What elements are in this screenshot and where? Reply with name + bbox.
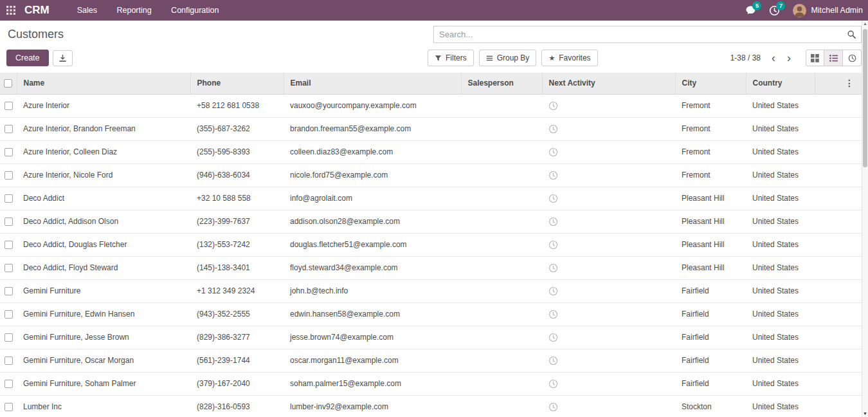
table-row[interactable]: Azure Interior, Brandon Freeman (355)-68…	[0, 117, 862, 140]
cell-name[interactable]: Deco Addict, Addison Olson	[17, 210, 190, 233]
column-header-city[interactable]: City	[675, 73, 746, 94]
cell-salesperson[interactable]	[461, 163, 542, 187]
row-checkbox[interactable]	[5, 403, 13, 411]
favorites-button[interactable]: ★ Favorites	[541, 50, 597, 66]
cell-city[interactable]: Pleasant Hill	[675, 210, 746, 233]
cell-phone[interactable]: (145)-138-3401	[190, 256, 284, 279]
table-row[interactable]: Azure Interior, Colleen Diaz (255)-595-8…	[0, 140, 862, 163]
row-checkbox[interactable]	[5, 218, 13, 226]
cell-next-activity[interactable]	[542, 279, 675, 302]
cell-country[interactable]: United States	[746, 279, 815, 302]
cell-country[interactable]: United States	[746, 163, 815, 187]
cell-next-activity[interactable]	[542, 117, 675, 140]
next-activity-clock-icon[interactable]	[548, 194, 558, 203]
cell-name[interactable]: Azure Interior, Nicole Ford	[17, 163, 190, 187]
row-checkbox[interactable]	[5, 102, 13, 110]
apps-menu-button[interactable]	[0, 0, 22, 21]
next-activity-clock-icon[interactable]	[548, 402, 558, 412]
select-all-checkbox[interactable]	[4, 79, 12, 88]
cell-salesperson[interactable]	[461, 256, 542, 279]
cell-name[interactable]: Deco Addict, Douglas Fletcher	[17, 233, 190, 256]
cell-country[interactable]: United States	[746, 395, 815, 416]
activity-view-button[interactable]	[843, 50, 862, 66]
column-header-next-activity[interactable]: Next Activity	[542, 73, 675, 94]
table-row[interactable]: Gemini Furniture, Oscar Morgan (561)-239…	[0, 349, 862, 372]
cell-phone[interactable]: (943)-352-2555	[190, 302, 284, 326]
cell-phone[interactable]: +58 212 681 0538	[190, 94, 284, 117]
table-row[interactable]: Gemini Furniture +1 312 349 2324 john.b@…	[0, 279, 862, 302]
cell-name[interactable]: Azure Interior, Colleen Diaz	[17, 140, 190, 163]
cell-phone[interactable]: (561)-239-1744	[190, 349, 284, 372]
row-checkbox[interactable]	[5, 287, 13, 295]
cell-next-activity[interactable]	[542, 395, 675, 416]
cell-country[interactable]: United States	[746, 187, 815, 210]
cell-next-activity[interactable]	[542, 94, 675, 117]
cell-phone[interactable]: (829)-386-3277	[190, 326, 284, 349]
kanban-view-button[interactable]	[806, 50, 824, 66]
cell-email[interactable]: john.b@tech.info	[284, 279, 461, 302]
cell-salesperson[interactable]	[461, 326, 542, 349]
cell-salesperson[interactable]	[461, 187, 542, 210]
row-checkbox[interactable]	[5, 241, 13, 249]
table-row[interactable]: Lumber Inc (828)-316-0593 lumber-inv92@e…	[0, 395, 862, 416]
scrollbar-up-arrow[interactable]: ▲	[862, 21, 868, 26]
next-activity-clock-icon[interactable]	[548, 310, 558, 319]
row-checkbox[interactable]	[5, 357, 13, 365]
search-icon[interactable]	[842, 30, 861, 39]
cell-city[interactable]: Fremont	[675, 117, 746, 140]
group-by-button[interactable]: Group By	[479, 50, 537, 66]
cell-country[interactable]: United States	[746, 256, 815, 279]
cell-country[interactable]: United States	[746, 210, 815, 233]
cell-country[interactable]: United States	[746, 302, 815, 326]
cell-email[interactable]: vauxoo@yourcompany.example.com	[284, 94, 461, 117]
cell-next-activity[interactable]	[542, 210, 675, 233]
cell-country[interactable]: United States	[746, 94, 815, 117]
app-brand[interactable]: CRM	[24, 4, 50, 17]
cell-next-activity[interactable]	[542, 302, 675, 326]
row-checkbox[interactable]	[5, 264, 13, 272]
cell-name[interactable]: Azure Interior, Brandon Freeman	[17, 117, 190, 140]
column-header-name[interactable]: Name	[17, 73, 190, 94]
cell-city[interactable]: Fairfield	[675, 326, 746, 349]
create-button[interactable]: Create	[6, 50, 49, 66]
cell-country[interactable]: United States	[746, 233, 815, 256]
cell-country[interactable]: United States	[746, 372, 815, 395]
cell-next-activity[interactable]	[542, 256, 675, 279]
row-checkbox[interactable]	[5, 148, 13, 156]
column-header-email[interactable]: Email	[284, 73, 461, 94]
cell-name[interactable]: Gemini Furniture, Jesse Brown	[17, 326, 190, 349]
cell-salesperson[interactable]	[461, 395, 542, 416]
row-checkbox[interactable]	[5, 380, 13, 388]
cell-salesperson[interactable]	[461, 279, 542, 302]
cell-country[interactable]: United States	[746, 117, 815, 140]
next-activity-clock-icon[interactable]	[548, 379, 558, 389]
cell-email[interactable]: nicole.ford75@example.com	[284, 163, 461, 187]
pager-previous-button[interactable]: ‹	[766, 51, 781, 64]
cell-phone[interactable]: (828)-316-0593	[190, 395, 284, 416]
cell-email[interactable]: soham.palmer15@example.com	[284, 372, 461, 395]
cell-name[interactable]: Gemini Furniture, Edwin Hansen	[17, 302, 190, 326]
pager-next-button[interactable]: ›	[781, 51, 797, 64]
cell-phone[interactable]: (355)-687-3262	[190, 117, 284, 140]
export-button[interactable]	[53, 50, 73, 66]
column-header-country[interactable]: Country	[746, 73, 815, 94]
cell-email[interactable]: jesse.brown74@example.com	[284, 326, 461, 349]
cell-phone[interactable]: (946)-638-6034	[190, 163, 284, 187]
next-activity-clock-icon[interactable]	[548, 356, 558, 366]
cell-salesperson[interactable]	[461, 117, 542, 140]
table-row[interactable]: Gemini Furniture, Soham Palmer (379)-167…	[0, 372, 862, 395]
cell-phone[interactable]: (132)-553-7242	[190, 233, 284, 256]
cell-name[interactable]: Lumber Inc	[17, 395, 190, 416]
cell-next-activity[interactable]	[542, 349, 675, 372]
next-activity-clock-icon[interactable]	[548, 286, 558, 296]
cell-email[interactable]: addison.olson28@example.com	[284, 210, 461, 233]
table-row[interactable]: Deco Addict +32 10 588 558 info@agrolait…	[0, 187, 862, 210]
next-activity-clock-icon[interactable]	[548, 333, 558, 342]
optional-columns-toggle[interactable]: ⋮	[842, 78, 856, 88]
cell-country[interactable]: United States	[746, 326, 815, 349]
cell-name[interactable]: Deco Addict, Floyd Steward	[17, 256, 190, 279]
cell-phone[interactable]: (223)-399-7637	[190, 210, 284, 233]
cell-name[interactable]: Gemini Furniture	[17, 279, 190, 302]
cell-next-activity[interactable]	[542, 326, 675, 349]
column-header-salesperson[interactable]: Salesperson	[461, 73, 542, 94]
